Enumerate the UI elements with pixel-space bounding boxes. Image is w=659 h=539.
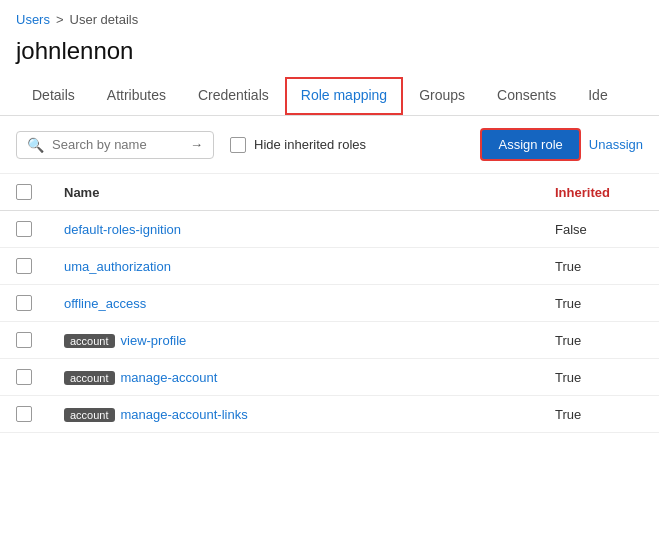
table-row: accountmanage-account-linksTrue [0, 396, 659, 433]
role-name-cell: accountmanage-account [48, 359, 539, 396]
role-link[interactable]: manage-account-links [121, 407, 248, 422]
inherited-value: True [539, 396, 659, 433]
inherited-value: True [539, 359, 659, 396]
table-row: accountmanage-accountTrue [0, 359, 659, 396]
breadcrumb-current: User details [70, 12, 139, 27]
tab-groups[interactable]: Groups [403, 77, 481, 115]
inherited-value: True [539, 322, 659, 359]
role-name-cell: accountmanage-account-links [48, 396, 539, 433]
tab-ide[interactable]: Ide [572, 77, 623, 115]
tabs: Details Attributes Credentials Role mapp… [0, 77, 659, 116]
role-link[interactable]: offline_access [64, 296, 146, 311]
search-icon: 🔍 [27, 137, 44, 153]
role-name-cell: default-roles-ignition [48, 211, 539, 248]
table-row: uma_authorizationTrue [0, 248, 659, 285]
row-checkbox[interactable] [16, 332, 32, 348]
role-name-cell: offline_access [48, 285, 539, 322]
col-header-check [0, 174, 48, 211]
tab-consents[interactable]: Consents [481, 77, 572, 115]
toolbar-right: Assign role Unassign [480, 128, 643, 161]
role-link[interactable]: default-roles-ignition [64, 222, 181, 237]
breadcrumb-users-link[interactable]: Users [16, 12, 50, 27]
search-input[interactable] [52, 137, 182, 152]
toolbar: 🔍 → Hide inherited roles Assign role Una… [0, 116, 659, 174]
tab-credentials[interactable]: Credentials [182, 77, 285, 115]
col-header-name: Name [48, 174, 539, 211]
tab-attributes[interactable]: Attributes [91, 77, 182, 115]
breadcrumb-separator: > [56, 12, 64, 27]
table-row: default-roles-ignitionFalse [0, 211, 659, 248]
row-checkbox[interactable] [16, 258, 32, 274]
search-box: 🔍 → [16, 131, 214, 159]
hide-inherited-checkbox[interactable] [230, 137, 246, 153]
table-row: accountview-profileTrue [0, 322, 659, 359]
select-all-checkbox[interactable] [16, 184, 32, 200]
roles-table: Name Inherited default-roles-ignitionFal… [0, 174, 659, 433]
row-checkbox[interactable] [16, 295, 32, 311]
inherited-value: False [539, 211, 659, 248]
role-name-cell: accountview-profile [48, 322, 539, 359]
hide-inherited-label[interactable]: Hide inherited roles [230, 137, 366, 153]
tab-details[interactable]: Details [16, 77, 91, 115]
role-badge: account [64, 408, 115, 422]
tab-role-mapping[interactable]: Role mapping [285, 77, 403, 115]
role-link[interactable]: manage-account [121, 370, 218, 385]
hide-inherited-text: Hide inherited roles [254, 137, 366, 152]
table-row: offline_accessTrue [0, 285, 659, 322]
row-checkbox[interactable] [16, 406, 32, 422]
search-arrow-button[interactable]: → [190, 137, 203, 152]
role-link[interactable]: uma_authorization [64, 259, 171, 274]
role-name-cell: uma_authorization [48, 248, 539, 285]
col-header-inherited: Inherited [539, 174, 659, 211]
role-badge: account [64, 334, 115, 348]
unassign-link[interactable]: Unassign [589, 137, 643, 152]
page-title: johnlennon [0, 33, 659, 77]
role-badge: account [64, 371, 115, 385]
breadcrumb: Users > User details [0, 0, 659, 33]
assign-role-button[interactable]: Assign role [480, 128, 580, 161]
row-checkbox[interactable] [16, 369, 32, 385]
role-link[interactable]: view-profile [121, 333, 187, 348]
row-checkbox[interactable] [16, 221, 32, 237]
inherited-value: True [539, 285, 659, 322]
inherited-value: True [539, 248, 659, 285]
